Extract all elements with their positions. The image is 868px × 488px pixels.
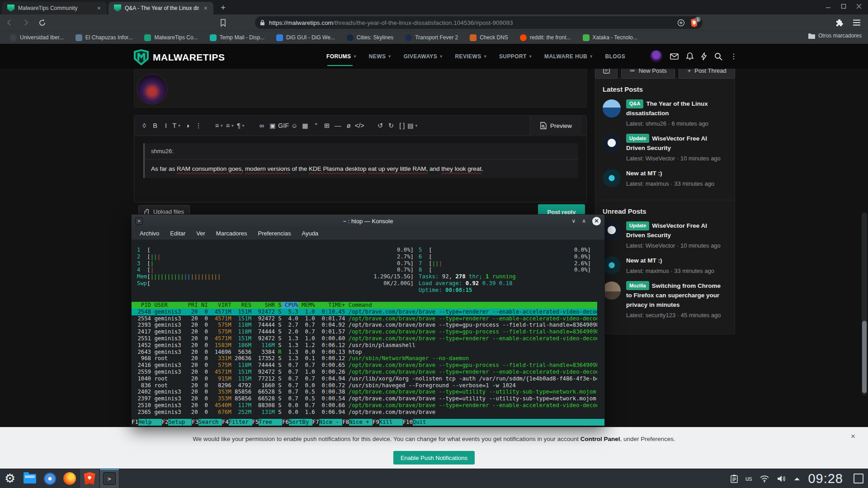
bookmark-item-1[interactable]: El Chapuzas Infor... [71,33,137,42]
column-header-s[interactable]: S [275,302,282,309]
forward-button[interactable] [19,16,33,29]
clock[interactable]: 09:28 [808,471,843,486]
menu-item-archivo[interactable]: Archivo [140,230,159,237]
user-avatar[interactable] [650,50,662,62]
quote-icon[interactable]: ” [311,119,321,132]
column-header-cpu[interactable]: CPU% [282,302,298,309]
menu-item-preferencias[interactable]: Preferencias [258,230,291,237]
fkey-label[interactable]: Nice - [319,419,343,426]
paragraph-icon[interactable]: ¶▼ [236,119,246,132]
list-icon[interactable]: ≡▼ [214,119,225,132]
spoiler-icon[interactable]: ø [343,119,354,132]
nav-item-blogs[interactable]: BLOGS [605,44,625,69]
post-list-item[interactable]: New at MT :)Latest: maximus · 33 minutes… [603,169,727,187]
volume-icon[interactable] [777,475,786,483]
bookmark-item-3[interactable]: Temp Mail - Disp... [205,33,269,42]
app-launcher-icon[interactable]: ⚙ [0,469,20,488]
column-header-mem[interactable]: MEM% [298,302,315,309]
extensions-icon[interactable] [835,19,844,27]
menu-item-editar[interactable]: Editar [170,230,185,237]
post-avatar[interactable] [603,221,621,239]
htop-header-row[interactable]: PIDUSERPRINIVIRTRESSHRSCPU%MEM%TIME+Comm… [132,302,597,309]
fkey-f9[interactable]: F9 [373,419,379,426]
process-row-2365[interactable]: 2365geminis3200676M252M131MS0.01.60:06.9… [132,409,597,416]
clipboard-icon[interactable] [731,474,738,483]
post-list-item[interactable]: MozillaSwitching from Chrome to Firefox … [603,282,727,319]
reload-button[interactable] [35,16,49,29]
bookmark-item-6[interactable]: Transport Fever 2 [401,33,462,42]
process-row-2393[interactable]: 2393geminis3200575M118M74444S2.70.70:04.… [132,322,597,328]
fkey-label[interactable]: Nice + [349,419,373,426]
post-title[interactable]: UpdateWiseVector Free AI Driven Security [626,134,727,153]
quoted-message[interactable]: shmu26: As far as RAM consumption goes, … [143,143,578,178]
new-tab-button[interactable]: + [218,3,228,14]
konsole-task-button[interactable]: > [99,469,119,488]
menu-item-ver[interactable]: Ver [196,230,205,237]
remove-format-icon[interactable]: ◊ [139,119,150,132]
process-row-836[interactable]: 836root200829647921660S0.70.00:00.72/usr… [132,382,597,389]
media-icon[interactable]: ▦ [300,119,311,132]
search-icon[interactable] [714,52,722,61]
nav-item-news[interactable]: NEWS▼ [369,44,392,69]
tab-close-icon[interactable]: × [203,5,209,12]
text-color-icon[interactable]: ◑ [182,119,193,132]
brave-task-button[interactable] [80,469,99,488]
tray-expand-icon[interactable] [794,477,800,481]
site-logo[interactable]: MALWARETIPS [134,49,225,66]
column-header-shr[interactable]: SHR [251,302,275,309]
nav-item-reviews[interactable]: REVIEWS▼ [455,44,487,69]
redo-icon[interactable]: ↻ [386,119,396,132]
column-header-res[interactable]: RES [231,302,251,309]
enable-push-notifications-button[interactable]: Enable Push Notifications [393,451,475,465]
post-list-item[interactable]: UpdateWiseVector Free AI Driven Security… [603,221,727,249]
window-maximize-icon[interactable] [841,4,846,9]
process-row-2643[interactable]: 2643geminis32001469656363384R1.30.00:00.… [132,349,597,356]
code-icon[interactable]: </> [354,119,365,132]
font-size-icon[interactable]: T▼ [171,119,182,132]
url-bar[interactable]: https://malwaretips.com/threads/the-year… [255,16,703,29]
fkey-label[interactable]: Kill [379,419,403,426]
menu-item-ayuda[interactable]: Ayuda [302,230,318,237]
bold-icon[interactable]: B [150,119,160,132]
fkey-label[interactable]: Search [198,419,222,426]
nav-item-support[interactable]: SUPPORT▼ [499,44,533,69]
process-row-2548[interactable]: 2548geminis32004571M151M92472S5.31.00:10… [132,309,597,315]
process-row-2559[interactable]: 2559geminis32004571M151M92472S0.71.00:00… [132,369,597,375]
emoji-icon[interactable]: ☺ [289,119,300,132]
fkey-f1[interactable]: F1 [132,419,138,426]
fkey-f6[interactable]: F6 [282,419,289,426]
htop-terminal[interactable]: 1 [0.0%]2 [|||2.7%]3 [|0.7%]4 [|0.7%]Mem… [132,240,604,427]
browser-tab-0[interactable]: MalwareTips Community× [2,2,107,14]
post-title[interactable]: Q&AThe Year of the Linux dissatisfaction [626,99,727,118]
process-row-2551[interactable]: 2551geminis32004571M151M92472S1.31.00:00… [132,335,597,342]
fkey-f3[interactable]: F3 [192,419,198,426]
fkey-label[interactable]: Filter [229,419,252,426]
bolt-icon[interactable] [701,52,707,61]
konsole-titlebar[interactable]: > ~ : htop — Konsole ∨ ∧ ✕ [132,215,604,227]
post-avatar[interactable] [603,256,621,274]
nav-item-malware-hub[interactable]: MALWARE HUB▼ [544,44,593,69]
fkey-f5[interactable]: F5 [252,419,259,426]
brave-shield-icon[interactable]: 1 [690,19,698,27]
window-minimize-icon[interactable] [826,4,831,9]
process-row-2417[interactable]: 2417geminis3200575M118M74444S2.00.70:01.… [132,328,597,335]
post-title[interactable]: New at MT :) [626,256,714,266]
column-header-pid[interactable]: PID [134,302,151,309]
process-row-2554[interactable]: 2554geminis32004571M151M92472S4.01.00:01… [132,315,597,322]
process-row-2510[interactable]: 2510geminis32004540M117M88308S0.00.70:00… [132,402,597,409]
nav-item-forums[interactable]: FORUMS▼ [326,44,357,69]
post-title[interactable]: MozillaSwitching from Chrome to Firefox … [626,282,727,310]
bookmark-item-7[interactable]: Check DNS [465,33,513,42]
poster-avatar[interactable] [137,74,167,104]
link-icon[interactable]: ∞ [256,119,267,132]
post-avatar[interactable] [603,169,621,187]
other-bookmarks-folder[interactable]: Otros marcadores [808,33,862,39]
process-row-968[interactable]: 968root200331M2063617352S1.30.10:00.12/u… [132,355,597,362]
inbox-icon[interactable] [670,53,679,60]
bbcode-icon[interactable]: [ ] [396,119,407,132]
column-header-command[interactable]: Command [345,302,597,309]
post-title[interactable]: UpdateWiseVector Free AI Driven Security [626,221,727,240]
align-icon[interactable]: ≡▼ [225,119,236,132]
undo-icon[interactable]: ↺ [375,119,386,132]
chromium-icon[interactable] [40,469,60,488]
